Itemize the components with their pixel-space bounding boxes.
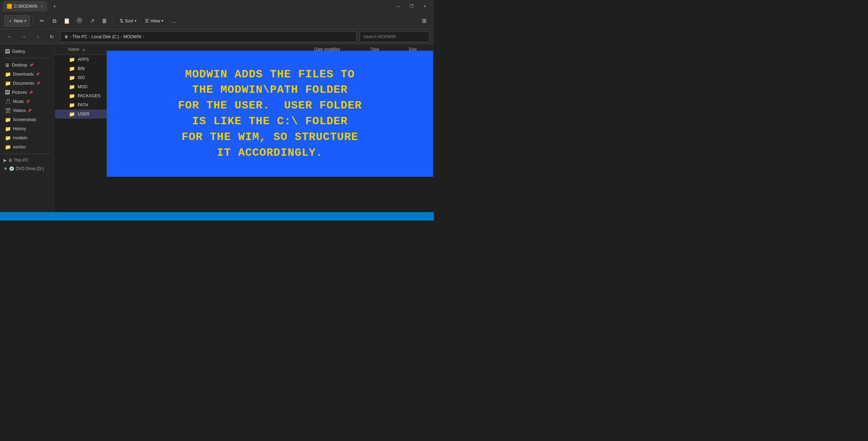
new-plus-icon: ＋ xyxy=(8,18,13,24)
sidebar-item-label: Documents xyxy=(13,81,34,86)
sidebar-item-pictures[interactable]: 🖼 Pictures 📌 xyxy=(1,88,52,97)
new-tab-button[interactable]: + xyxy=(50,1,60,11)
path-modwin[interactable]: MODWIN xyxy=(123,34,141,39)
copy-button[interactable]: ⧉ xyxy=(49,15,60,27)
more-options-button[interactable]: … xyxy=(168,15,179,27)
folder-icon: 📁 xyxy=(69,66,75,71)
sort-icon: ⇅ xyxy=(120,18,124,23)
sidebar-item-videos[interactable]: 🎬 Videos 📌 xyxy=(1,106,52,115)
folder-icon: 📁 xyxy=(69,102,75,108)
dvd-icon: 💿 xyxy=(9,166,14,171)
sort-button[interactable]: ⇅ Sort ▾ xyxy=(116,15,140,27)
layout-toggle-button[interactable]: ⊞ xyxy=(418,15,430,27)
search-box[interactable]: Search MODWIN xyxy=(360,31,430,42)
file-name: PATH xyxy=(78,103,88,107)
dvd-label: DVD Drive (D:) xyxy=(16,166,44,171)
view-chevron-icon: ▾ xyxy=(162,19,163,23)
sidebar-dvd-drive[interactable]: ▼ 💿 DVD Drive (D:) xyxy=(0,164,54,173)
sidebar-item-label: Desktop xyxy=(12,63,27,68)
history-icon: 📁 xyxy=(5,126,11,132)
folder-icon: 📁 xyxy=(69,75,75,80)
folder-icon: 📁 xyxy=(69,57,75,62)
sidebar-item-label: Screenshots xyxy=(13,117,36,122)
minimize-button[interactable]: ─ xyxy=(392,1,404,12)
this-pc-label: This PC xyxy=(14,158,29,163)
sidebar-this-pc[interactable]: ▶ 🖥 This PC xyxy=(0,156,54,164)
sidebar-item-label: Gallery xyxy=(12,49,25,54)
pictures-icon: 🖼 xyxy=(5,90,10,95)
music-icon: 🎵 xyxy=(5,99,11,104)
folder-icon: 📁 xyxy=(69,111,75,117)
tab-modwin[interactable]: C:\MODWIN × xyxy=(3,1,47,12)
file-name: USER xyxy=(78,112,89,117)
file-name: MOD xyxy=(78,84,87,89)
pc-icon: 🖥 xyxy=(64,34,68,39)
tab-title: C:\MODWIN xyxy=(14,4,37,9)
sidebar-item-gallery[interactable]: 🖼 Gallery xyxy=(1,47,52,56)
new-button[interactable]: ＋ New ▾ xyxy=(4,15,30,27)
new-label: New xyxy=(14,18,23,23)
close-button[interactable]: × xyxy=(418,1,431,12)
sidebar-item-label: modwin xyxy=(13,135,27,140)
address-path[interactable]: 🖥 › This PC › Local Disk (C:) › MODWIN › xyxy=(60,31,357,42)
sidebar-divider-1 xyxy=(3,58,50,58)
paste-button[interactable]: 📋 xyxy=(61,15,72,27)
share-button[interactable]: ↗ xyxy=(86,15,98,27)
file-name: ISO xyxy=(78,75,85,80)
sort-arrow-icon: ▲ xyxy=(82,48,85,51)
separator-1 xyxy=(33,17,33,25)
tab-close-button[interactable]: × xyxy=(41,5,43,8)
address-bar: ← → ↑ ↻ 🖥 › This PC › Local Disk (C:) › … xyxy=(0,29,434,44)
path-local-disk[interactable]: Local Disk (C:) xyxy=(92,34,119,39)
sort-chevron-icon: ▾ xyxy=(135,19,136,23)
forward-button[interactable]: → xyxy=(18,31,29,42)
path-this-pc[interactable]: This PC xyxy=(72,34,87,39)
pin-icon: 📌 xyxy=(36,82,40,85)
up-button[interactable]: ↑ xyxy=(32,31,43,42)
pin-icon: 📌 xyxy=(29,63,33,67)
sidebar-item-xorriso[interactable]: 📁 xorriso xyxy=(1,142,52,152)
refresh-button[interactable]: ↻ xyxy=(46,31,57,42)
sidebar-item-label: Downloads xyxy=(13,72,34,77)
rename-button[interactable]: Ⓡ xyxy=(74,15,85,27)
cut-button[interactable]: ✂ xyxy=(36,15,47,27)
screenshots-icon: 📁 xyxy=(5,117,11,122)
view-label: View xyxy=(150,18,160,23)
view-button[interactable]: ☰ View ▾ xyxy=(141,15,167,27)
downloads-icon: 📁 xyxy=(5,71,11,77)
sidebar-item-label: xorriso xyxy=(13,145,26,149)
sidebar-item-screenshots[interactable]: 📁 Screenshots xyxy=(1,115,52,124)
file-name: APPS xyxy=(78,57,89,62)
file-name: PACKAGES xyxy=(78,93,100,98)
gallery-icon: 🖼 xyxy=(5,49,10,54)
desktop-icon: 🖥 xyxy=(5,62,10,68)
videos-icon: 🎬 xyxy=(5,108,11,113)
restore-button[interactable]: ❐ xyxy=(405,1,418,12)
xorriso-icon: 📁 xyxy=(5,144,11,150)
sidebar-item-history[interactable]: 📁 History xyxy=(1,124,52,133)
back-button[interactable]: ← xyxy=(4,31,15,42)
pin-icon: 📌 xyxy=(36,72,40,76)
sidebar-item-label: Pictures xyxy=(12,90,27,95)
modwin-folder-icon: 📁 xyxy=(5,135,11,141)
toolbar: ＋ New ▾ ✂ ⧉ 📋 Ⓡ ↗ 🗑 ⇅ Sort ▾ ☰ View ▾ … … xyxy=(0,13,434,29)
window-controls: ─ ❐ × xyxy=(392,1,431,12)
delete-button[interactable]: 🗑 xyxy=(99,15,110,27)
sort-label: Sort xyxy=(125,18,133,23)
sidebar-item-documents[interactable]: 📁 Documents 📌 xyxy=(1,79,52,88)
status-bar xyxy=(0,212,434,220)
sidebar-item-downloads[interactable]: 📁 Downloads 📌 xyxy=(1,70,52,79)
sidebar-item-music[interactable]: 🎵 Music 📌 xyxy=(1,97,52,106)
sidebar-item-label: History xyxy=(13,126,26,131)
sidebar-item-modwin[interactable]: 📁 modwin xyxy=(1,133,52,142)
folder-icon: 📁 xyxy=(69,84,75,90)
tab-folder-icon xyxy=(7,4,12,9)
sidebar-item-label: Videos xyxy=(13,108,26,113)
documents-icon: 📁 xyxy=(5,80,11,86)
sidebar-item-desktop[interactable]: 🖥 Desktop 📌 xyxy=(1,61,52,70)
this-pc-icon: 🖥 xyxy=(8,158,12,163)
pin-icon: 📌 xyxy=(29,91,33,94)
separator-2 xyxy=(113,17,113,25)
view-icon: ☰ xyxy=(145,18,149,23)
sidebar-divider-2 xyxy=(3,154,50,154)
